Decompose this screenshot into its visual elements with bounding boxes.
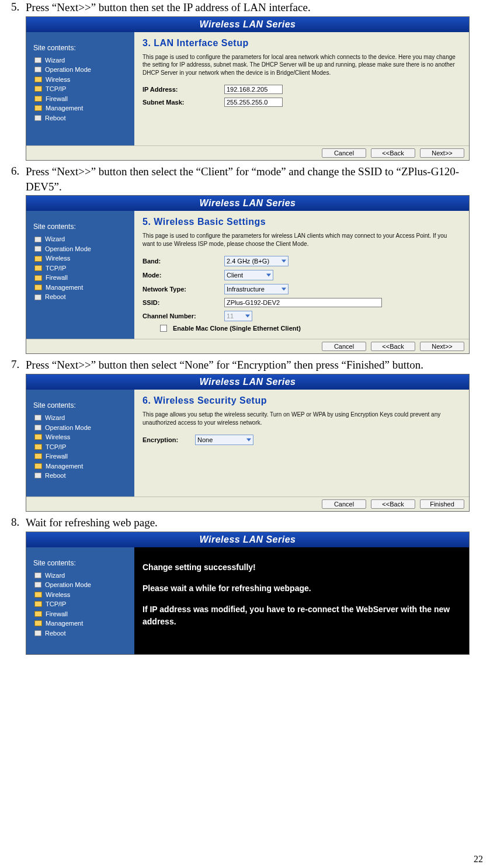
file-icon	[34, 237, 41, 242]
app-title: Wireless LAN Series	[26, 532, 469, 547]
cancel-button[interactable]: Cancel	[322, 342, 366, 351]
panel-title: 6. Wireless Security Setup	[143, 395, 461, 406]
subnet-mask-label: Subnet Mask:	[143, 99, 224, 106]
file-icon	[34, 246, 41, 252]
sidebar-item-wireless[interactable]: Wireless	[34, 75, 134, 85]
sidebar-item-wireless[interactable]: Wireless	[34, 254, 134, 263]
panel-title: 5. Wireless Basic Settings	[143, 217, 461, 227]
folder-icon	[34, 434, 42, 440]
mac-clone-checkbox[interactable]	[160, 325, 167, 332]
folder-icon	[34, 284, 42, 290]
subnet-mask-input[interactable]	[224, 98, 283, 107]
sidebar-item-firewall[interactable]: Firewall	[34, 609, 134, 619]
folder-icon	[34, 592, 42, 598]
step-number: 7.	[5, 357, 26, 371]
sidebar-item-wireless[interactable]: Wireless	[34, 590, 134, 600]
sidebar-title: Site contents:	[32, 223, 134, 231]
sidebar: Site contents: Wizard Operation Mode Wir…	[26, 32, 134, 146]
folder-icon	[34, 105, 42, 111]
sidebar-item-firewall[interactable]: Firewall	[34, 94, 134, 104]
step-number: 8.	[5, 515, 26, 529]
channel-select: 11	[224, 311, 252, 321]
step-number: 5.	[5, 0, 26, 13]
sidebar-item-reboot[interactable]: Reboot	[34, 292, 134, 302]
mode-select[interactable]: Client	[224, 270, 273, 280]
ssid-input[interactable]	[224, 298, 382, 307]
step-text: Press “Next>>” button then select the “C…	[26, 164, 485, 194]
screenshot-wireless-basic: Wireless LAN Series Site contents: Wizar…	[26, 195, 470, 354]
sidebar-item-wireless[interactable]: Wireless	[34, 432, 134, 442]
mode-label: Mode:	[143, 272, 224, 279]
sidebar-item-management[interactable]: Management	[34, 103, 134, 113]
sidebar-item-wizard[interactable]: Wizard	[34, 234, 134, 244]
cancel-button[interactable]: Cancel	[322, 499, 366, 509]
sidebar-title: Site contents:	[32, 559, 134, 567]
file-icon	[34, 57, 41, 63]
sidebar-item-tcpip[interactable]: TCP/IP	[34, 263, 134, 273]
sidebar-title: Site contents:	[32, 44, 134, 52]
step-text: Press “Next>>” button then select “None”…	[26, 357, 485, 373]
band-select[interactable]: 2.4 GHz (B+G)	[224, 256, 289, 266]
folder-icon	[34, 275, 42, 281]
app-title: Wireless LAN Series	[26, 196, 469, 211]
file-icon	[34, 630, 41, 636]
sidebar-item-firewall[interactable]: Firewall	[34, 273, 134, 283]
sidebar-item-tcpip[interactable]: TCP/IP	[34, 442, 134, 452]
sidebar-item-tcpip[interactable]: TCP/IP	[34, 599, 134, 609]
ssid-label: SSID:	[143, 299, 224, 306]
next-button[interactable]: Next>>	[420, 342, 464, 351]
mac-clone-label: Enable Mac Clone (Single Ethernet Client…	[173, 325, 301, 332]
sidebar-item-firewall[interactable]: Firewall	[34, 452, 134, 461]
sidebar-item-operation-mode[interactable]: Operation Mode	[34, 423, 134, 433]
file-icon	[34, 425, 41, 430]
folder-icon	[34, 601, 42, 607]
back-button[interactable]: <<Back	[371, 342, 415, 351]
sidebar-item-reboot[interactable]: Reboot	[34, 113, 134, 123]
sidebar-title: Site contents:	[32, 401, 134, 409]
step-text: Press “Next>>” button then set the IP ad…	[26, 0, 485, 15]
sidebar-item-reboot[interactable]: Reboot	[34, 471, 134, 481]
ip-address-input[interactable]	[224, 85, 283, 94]
sidebar: Site contents: Wizard Operation Mode Wir…	[26, 390, 134, 497]
sidebar-item-wizard[interactable]: Wizard	[34, 55, 134, 65]
sidebar-item-operation-mode[interactable]: Operation Mode	[34, 580, 134, 590]
sidebar-item-operation-mode[interactable]: Operation Mode	[34, 65, 134, 75]
sidebar-item-wizard[interactable]: Wizard	[34, 571, 134, 581]
screenshot-wireless-security: Wireless LAN Series Site contents: Wizar…	[26, 374, 470, 512]
file-icon	[34, 67, 41, 72]
sidebar-item-management[interactable]: Management	[34, 461, 134, 471]
sidebar-item-wizard[interactable]: Wizard	[34, 413, 134, 423]
back-button[interactable]: <<Back	[371, 499, 415, 509]
file-icon	[34, 415, 41, 421]
success-line-3: If IP address was modified, you have to …	[143, 603, 461, 627]
back-button[interactable]: <<Back	[371, 148, 415, 158]
screenshot-lan-setup: Wireless LAN Series Site contents: Wizar…	[26, 16, 470, 161]
encryption-label: Encryption:	[143, 436, 195, 443]
next-button[interactable]: Next>>	[420, 148, 464, 158]
step-text: Wait for refreshing web page.	[26, 515, 485, 530]
success-line-1: Change setting successfully!	[143, 561, 461, 573]
success-line-2: Please wait a while for refreshing webpa…	[143, 582, 461, 594]
finished-button[interactable]: Finished	[420, 499, 464, 509]
app-title: Wireless LAN Series	[26, 17, 469, 32]
channel-label: Channel Number:	[143, 313, 224, 320]
sidebar-item-reboot[interactable]: Reboot	[34, 629, 134, 638]
folder-icon	[34, 77, 42, 82]
folder-icon	[34, 453, 42, 459]
band-label: Band:	[143, 258, 224, 265]
network-type-label: Network Type:	[143, 286, 224, 293]
network-type-select[interactable]: Infrastructure	[224, 284, 289, 294]
cancel-button[interactable]: Cancel	[322, 148, 366, 158]
sidebar-item-operation-mode[interactable]: Operation Mode	[34, 244, 134, 254]
sidebar-item-management[interactable]: Management	[34, 283, 134, 293]
panel-description: This page allows you setup the wireless …	[143, 411, 461, 426]
file-icon	[34, 115, 41, 121]
screenshot-success: Wireless LAN Series Site contents: Wizar…	[26, 532, 470, 655]
folder-icon	[34, 96, 42, 102]
file-icon	[34, 582, 41, 588]
encryption-select[interactable]: None	[195, 435, 253, 445]
sidebar-item-tcpip[interactable]: TCP/IP	[34, 84, 134, 94]
sidebar-item-management[interactable]: Management	[34, 619, 134, 629]
sidebar: Site contents: Wizard Operation Mode Wir…	[26, 211, 134, 339]
ip-address-label: IP Address:	[143, 86, 224, 93]
